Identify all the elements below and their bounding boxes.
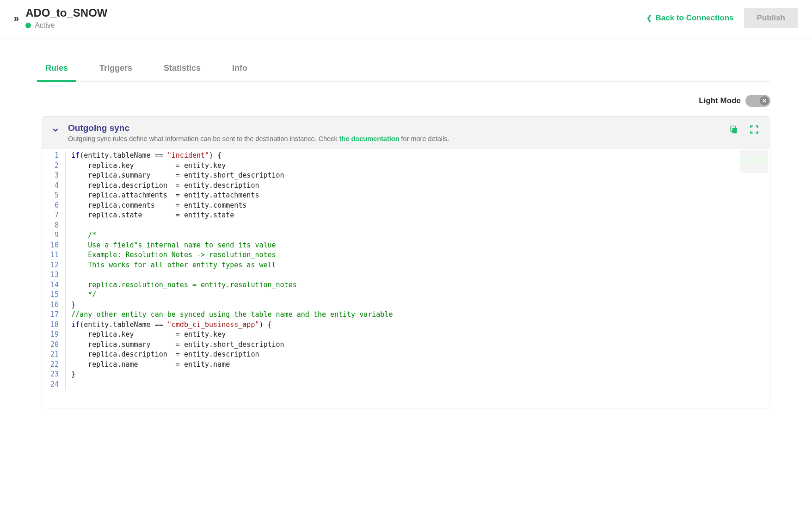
documentation-link[interactable]: the documentation	[339, 135, 400, 142]
code-line[interactable]: replica.summary = entity.short_descripti…	[71, 171, 770, 181]
code-line[interactable]	[71, 221, 770, 231]
status-text: Active	[35, 21, 55, 30]
fullscreen-icon[interactable]	[750, 125, 759, 134]
code-line[interactable]: replica.key = entity.key	[71, 330, 770, 340]
copy-icon[interactable]	[729, 125, 738, 134]
tab-statistics[interactable]: Statistics	[160, 57, 204, 81]
light-mode-toggle[interactable]: ✕	[745, 95, 770, 107]
code-line[interactable]: if(entity.tableName == "incident") {	[71, 151, 770, 161]
back-to-connections-link[interactable]: ❮ Back to Connections	[646, 13, 734, 23]
code-line[interactable]: This works for all other entity types as…	[71, 260, 770, 271]
code-line[interactable]: replica.resolution_notes = entity.resolu…	[71, 280, 770, 290]
tab-triggers[interactable]: Triggers	[96, 57, 136, 81]
back-link-label: Back to Connections	[656, 13, 734, 23]
publish-button[interactable]: Publish	[744, 8, 798, 28]
code-line[interactable]: }	[71, 370, 770, 380]
status-dot-icon	[25, 23, 31, 28]
panel-desc-post: for more details.	[400, 135, 449, 142]
light-mode-label: Light Mode	[699, 96, 741, 105]
code-line[interactable]: replica.description = entity.description	[71, 181, 770, 191]
panel-title: Outgoing sync	[68, 123, 729, 133]
line-gutter: 123456789101112131415161718192021222324	[42, 151, 65, 389]
code-line[interactable]: replica.state = entity.state	[71, 210, 770, 221]
code-line[interactable]: replica.name = entity.name	[71, 360, 770, 370]
chevron-left-icon: ❮	[646, 14, 652, 22]
code-line[interactable]	[71, 270, 770, 280]
expand-sidebar-icon[interactable]: »	[14, 13, 19, 24]
code-line[interactable]: replica.attachments = entity.attachments	[71, 191, 770, 201]
code-line[interactable]: Use a field"s internal name to send its …	[71, 240, 770, 251]
code-editor[interactable]: 123456789101112131415161718192021222324 …	[42, 149, 770, 408]
code-line[interactable]: */	[71, 290, 770, 300]
panel-description: Outgoing sync rules define what informat…	[68, 135, 729, 142]
tab-info[interactable]: Info	[228, 57, 251, 81]
code-line[interactable]: replica.description = entity.description	[71, 350, 770, 360]
tab-rules[interactable]: Rules	[42, 57, 72, 81]
code-body[interactable]: if(entity.tableName == "incident") { rep…	[65, 151, 770, 389]
code-line[interactable]: /*	[71, 230, 770, 240]
outgoing-sync-panel: Outgoing sync Outgoing sync rules define…	[42, 116, 770, 408]
code-line[interactable]: replica.key = entity.key	[71, 161, 770, 171]
status-row: Active	[25, 21, 646, 30]
code-line[interactable]: }	[71, 300, 770, 310]
chevron-down-icon[interactable]	[51, 126, 60, 136]
code-line[interactable]: Example: Resolution Notes -> resolution_…	[71, 250, 770, 260]
code-line[interactable]	[71, 380, 770, 390]
code-line[interactable]: //any other entity can be synced using t…	[71, 310, 770, 320]
title-block: ADO_to_SNOW Active	[25, 6, 646, 30]
svg-rect-0	[732, 128, 737, 134]
code-line[interactable]: replica.summary = entity.short_descripti…	[71, 340, 770, 350]
tabs: RulesTriggersStatisticsInfo	[42, 57, 770, 82]
page-title: ADO_to_SNOW	[25, 6, 646, 19]
panel-desc-pre: Outgoing sync rules define what informat…	[68, 135, 339, 142]
toggle-knob-icon: ✕	[760, 96, 769, 105]
code-line[interactable]: if(entity.tableName == "cmdb_ci_business…	[71, 320, 770, 330]
code-line[interactable]: replica.comments = entity.comments	[71, 201, 770, 211]
